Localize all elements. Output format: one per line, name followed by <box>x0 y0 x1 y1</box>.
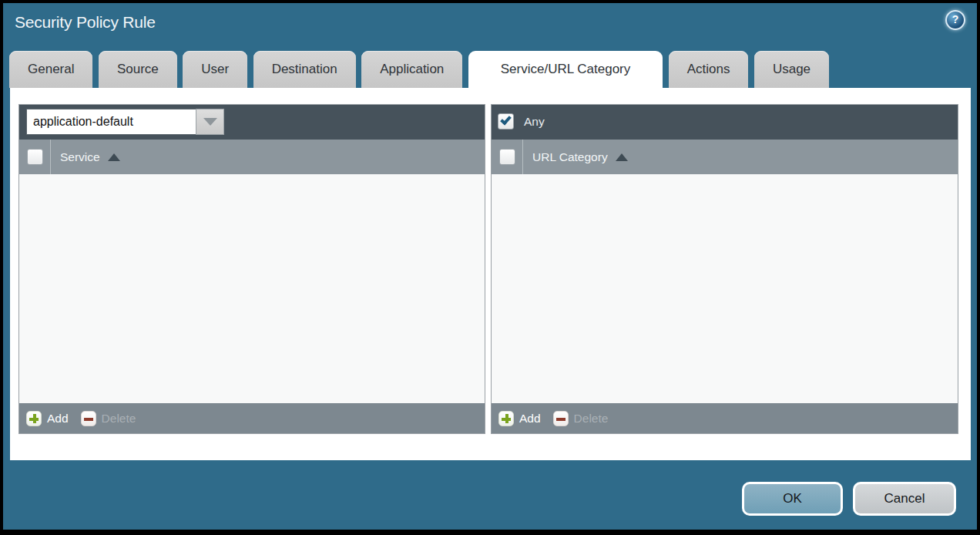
service-column-label: Service <box>60 150 100 164</box>
tab-source[interactable]: Source <box>99 51 177 88</box>
sort-ascending-icon <box>616 153 628 161</box>
service-type-input[interactable] <box>26 109 196 135</box>
ok-button[interactable]: OK <box>742 482 843 516</box>
tab-bar: General Source User Destination Applicat… <box>9 51 831 88</box>
url-category-panel-footer: Add Delete <box>492 403 958 433</box>
select-all-url-categories-checkbox[interactable] <box>499 149 515 165</box>
service-type-combobox <box>26 109 224 135</box>
screen-frame: Security Policy Rule ? General Source Us… <box>0 0 980 535</box>
service-column-sort[interactable]: Service <box>51 140 120 174</box>
help-glyph: ? <box>952 13 959 25</box>
service-list-body[interactable] <box>19 174 485 403</box>
tab-application[interactable]: Application <box>361 51 462 88</box>
service-panel-footer: Add Delete <box>19 403 485 433</box>
help-icon[interactable]: ? <box>945 10 965 30</box>
minus-icon <box>81 411 96 426</box>
chevron-down-icon <box>203 118 217 126</box>
plus-icon <box>498 411 514 426</box>
url-category-column-header-row: URL Category <box>492 140 958 174</box>
sort-ascending-icon <box>108 153 120 161</box>
add-service-button[interactable]: Add <box>26 411 69 426</box>
checkmark-icon <box>500 113 512 125</box>
delete-service-label: Delete <box>102 412 136 426</box>
service-select-all-cell <box>19 140 51 174</box>
dialog-title: Security Policy Rule <box>15 13 156 32</box>
service-panel-header <box>19 105 485 140</box>
delete-url-category-label: Delete <box>574 412 609 426</box>
tab-usage[interactable]: Usage <box>754 51 829 88</box>
select-all-services-checkbox[interactable] <box>27 149 43 165</box>
delete-service-button[interactable]: Delete <box>81 411 136 426</box>
any-url-category-label: Any <box>524 115 545 129</box>
add-service-label: Add <box>47 412 69 426</box>
service-type-dropdown-button[interactable] <box>196 109 224 135</box>
cancel-button[interactable]: Cancel <box>853 482 956 516</box>
tab-content-service-url-category: Service Add Delete <box>10 88 971 460</box>
any-url-category-row: Any <box>498 113 545 130</box>
url-category-select-all-cell <box>492 140 523 174</box>
delete-url-category-button[interactable]: Delete <box>553 411 609 426</box>
url-category-panel-header: Any <box>492 105 958 140</box>
tab-general[interactable]: General <box>9 51 92 88</box>
security-policy-rule-dialog: Security Policy Rule ? General Source Us… <box>3 3 977 530</box>
url-category-list-body[interactable] <box>492 174 958 403</box>
tab-destination[interactable]: Destination <box>253 51 356 88</box>
add-url-category-label: Add <box>519 412 541 426</box>
service-panel: Service Add Delete <box>18 104 485 434</box>
minus-icon <box>553 411 569 426</box>
any-url-category-checkbox[interactable] <box>498 113 514 130</box>
add-url-category-button[interactable]: Add <box>498 411 541 426</box>
tab-user[interactable]: User <box>183 51 247 88</box>
url-category-panel: Any URL Category Add <box>491 104 958 434</box>
tab-actions[interactable]: Actions <box>669 51 749 88</box>
tab-service-url-category[interactable]: Service/URL Category <box>468 51 663 88</box>
url-category-column-label: URL Category <box>532 150 608 164</box>
plus-icon <box>26 411 42 426</box>
url-category-column-sort[interactable]: URL Category <box>523 140 628 174</box>
service-column-header-row: Service <box>19 140 485 174</box>
